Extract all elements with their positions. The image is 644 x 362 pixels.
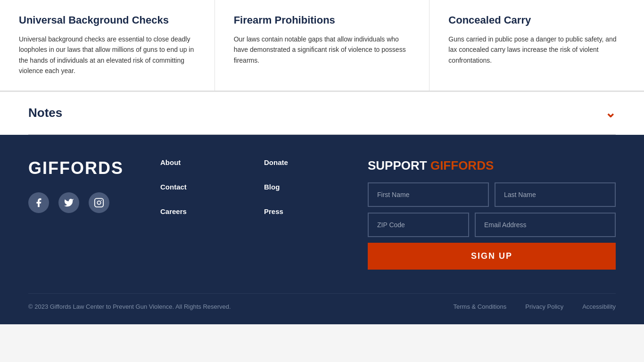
card-text-firearm: Our laws contain notable gaps that allow…: [234, 34, 411, 66]
card-title-firearm: Firearm Prohibitions: [234, 14, 411, 26]
footer-link-blog[interactable]: Blog: [264, 183, 339, 191]
support-heading-white: SUPPORT: [368, 158, 427, 173]
card-concealed-carry: Concealed Carry Guns carried in public p…: [429, 0, 644, 90]
social-icons: [28, 192, 132, 213]
footer-logo-col: GIFFORDS: [28, 158, 132, 270]
support-heading: SUPPORT GIFFORDS: [368, 158, 616, 173]
footer-nav-col1: About Contact Careers: [160, 158, 236, 270]
notes-title: Notes: [28, 106, 62, 120]
footer-link-about[interactable]: About: [160, 158, 236, 166]
footer-link-careers[interactable]: Careers: [160, 207, 236, 215]
instagram-icon[interactable]: [89, 192, 109, 213]
card-universal-background: Universal Background Checks Universal ba…: [0, 0, 215, 90]
facebook-icon[interactable]: [28, 192, 49, 213]
footer-link-press[interactable]: Press: [264, 207, 339, 215]
email-input[interactable]: [475, 213, 616, 237]
svg-rect-0: [95, 198, 103, 206]
terms-link[interactable]: Terms & Conditions: [454, 303, 507, 310]
support-heading-orange: GIFFORDS: [430, 158, 494, 173]
cards-section: Universal Background Checks Universal ba…: [0, 0, 644, 91]
footer: GIFFORDS: [0, 135, 644, 324]
card-firearm-prohibitions: Firearm Prohibitions Our laws contain no…: [215, 0, 430, 90]
copyright-text: © 2023 Giffords Law Center to Prevent Gu…: [28, 303, 231, 310]
chevron-down-icon: ⌄: [605, 105, 616, 121]
notes-section: Notes ⌄: [0, 91, 644, 135]
last-name-input[interactable]: [495, 182, 616, 207]
card-title-universal: Universal Background Checks: [19, 14, 196, 26]
privacy-link[interactable]: Privacy Policy: [525, 303, 563, 310]
footer-link-donate[interactable]: Donate: [264, 158, 339, 166]
footer-logo: GIFFORDS: [28, 158, 132, 178]
footer-link-contact[interactable]: Contact: [160, 183, 236, 191]
card-text-concealed: Guns carried in public pose a danger to …: [448, 34, 625, 66]
footer-main: GIFFORDS: [28, 158, 616, 270]
footer-bottom: © 2023 Giffords Law Center to Prevent Gu…: [28, 293, 616, 310]
twitter-icon[interactable]: [58, 192, 79, 213]
zip-code-input[interactable]: [368, 213, 469, 237]
accessibility-link[interactable]: Accessibility: [582, 303, 616, 310]
notes-accordion[interactable]: Notes ⌄: [28, 92, 616, 135]
card-title-concealed: Concealed Carry: [448, 14, 625, 26]
svg-point-1: [97, 201, 100, 204]
svg-point-2: [101, 200, 102, 201]
footer-bottom-links: Terms & Conditions Privacy Policy Access…: [454, 303, 616, 310]
footer-nav-col2: Donate Blog Press: [264, 158, 339, 270]
first-name-input[interactable]: [368, 182, 489, 207]
sign-up-button[interactable]: SIGN UP: [368, 243, 616, 270]
card-text-universal: Universal background checks are essentia…: [19, 34, 196, 76]
footer-support-col: SUPPORT GIFFORDS SIGN UP: [368, 158, 616, 270]
form-zip-email-row: [368, 213, 616, 237]
form-name-row: [368, 182, 616, 207]
